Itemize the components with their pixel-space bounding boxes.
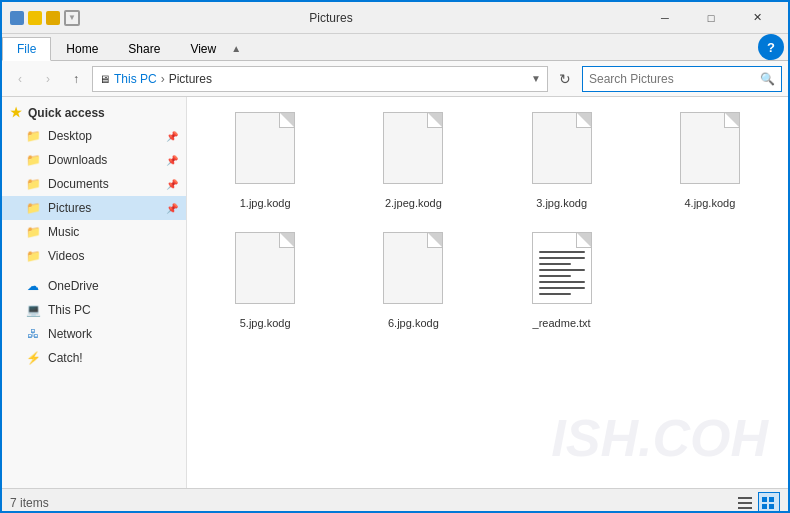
- file-page-1: [235, 112, 295, 184]
- ribbon-tabs: File Home Share View ▲ ?: [2, 34, 788, 60]
- breadcrumb-this-pc[interactable]: This PC: [114, 72, 157, 86]
- ribbon: File Home Share View ▲ ?: [2, 34, 788, 61]
- sidebar-item-music[interactable]: 📁 Music: [2, 220, 186, 244]
- folder-icon-desktop: 📁: [24, 129, 42, 143]
- file-name-6: 6.jpg.kodg: [388, 316, 439, 330]
- file-item-7[interactable]: _readme.txt: [507, 225, 617, 337]
- forward-button[interactable]: ›: [36, 67, 60, 91]
- network-icon: 🖧: [24, 327, 42, 341]
- breadcrumb[interactable]: 🖥 This PC › Pictures ▼: [92, 66, 548, 92]
- main-layout: ★ Quick access 📁 Desktop 📌 📁 Downloads 📌…: [2, 97, 788, 488]
- sidebar-item-downloads[interactable]: 📁 Downloads 📌: [2, 148, 186, 172]
- file-item-2[interactable]: 2.jpeg.kodg: [358, 105, 468, 217]
- sidebar-label-downloads: Downloads: [48, 153, 107, 167]
- text-line-3: [539, 263, 571, 265]
- file-name-4: 4.jpg.kodg: [684, 196, 735, 210]
- file-icon-5: [229, 232, 301, 312]
- minimize-button[interactable]: ─: [642, 2, 688, 34]
- file-item-4[interactable]: 4.jpg.kodg: [655, 105, 765, 217]
- tab-home[interactable]: Home: [51, 37, 113, 61]
- help-button[interactable]: ?: [758, 34, 784, 60]
- search-input[interactable]: [589, 72, 760, 86]
- folder-icon-downloads: 📁: [24, 153, 42, 167]
- svg-rect-2: [738, 507, 752, 509]
- breadcrumb-pictures[interactable]: Pictures: [169, 72, 212, 86]
- svg-rect-1: [738, 502, 752, 504]
- large-icons-view-icon: [762, 497, 776, 509]
- folder-icon-documents: 📁: [24, 177, 42, 191]
- view-large-icons-button[interactable]: [758, 492, 780, 514]
- file-icon-2: [377, 112, 449, 192]
- item-count: 7 items: [10, 496, 49, 510]
- svg-rect-3: [762, 497, 767, 502]
- computer-icon: 💻: [24, 303, 42, 317]
- up-button[interactable]: ↑: [64, 67, 88, 91]
- file-item-1[interactable]: 1.jpg.kodg: [210, 105, 320, 217]
- list-view-icon: [738, 497, 752, 509]
- text-line-4: [539, 269, 585, 271]
- sidebar-item-network[interactable]: 🖧 Network: [2, 322, 186, 346]
- tab-view[interactable]: View: [175, 37, 231, 61]
- ribbon-collapse-arrow[interactable]: ▲: [231, 43, 241, 60]
- folder-icon-pictures: 📁: [24, 201, 42, 215]
- folder-icon-videos: 📁: [24, 249, 42, 263]
- file-page-7: [532, 232, 592, 304]
- view-list-button[interactable]: [734, 492, 756, 514]
- breadcrumb-home-icon: 🖥: [99, 73, 110, 85]
- file-item-5[interactable]: 5.jpg.kodg: [210, 225, 320, 337]
- file-page-2: [383, 112, 443, 184]
- file-item-6[interactable]: 6.jpg.kodg: [358, 225, 468, 337]
- file-icon-6: [377, 232, 449, 312]
- search-icon: 🔍: [760, 72, 775, 86]
- title-bar: ▼ Pictures ─ □ ✕: [2, 2, 788, 34]
- catch-icon: ⚡: [24, 351, 42, 365]
- sidebar-label-pictures: Pictures: [48, 201, 91, 215]
- pin-icon-desktop: 📌: [166, 131, 178, 142]
- tab-share[interactable]: Share: [113, 37, 175, 61]
- text-lines: [539, 251, 585, 295]
- file-item-3[interactable]: 3.jpg.kodg: [507, 105, 617, 217]
- file-icon-1: [229, 112, 301, 192]
- file-name-2: 2.jpeg.kodg: [385, 196, 442, 210]
- file-icon-7: [526, 232, 598, 312]
- content-area: ISH.COH 1.jpg.kodg 2.jpeg.kodg 3.jpg.kod…: [187, 97, 788, 488]
- back-button[interactable]: ‹: [8, 67, 32, 91]
- file-name-3: 3.jpg.kodg: [536, 196, 587, 210]
- svg-rect-4: [769, 497, 774, 502]
- sidebar-item-documents[interactable]: 📁 Documents 📌: [2, 172, 186, 196]
- quick-access-header[interactable]: ★ Quick access: [2, 101, 186, 124]
- folder-icon-music: 📁: [24, 225, 42, 239]
- sidebar-item-desktop[interactable]: 📁 Desktop 📌: [2, 124, 186, 148]
- svg-rect-0: [738, 497, 752, 499]
- quick-access-label: Quick access: [28, 106, 105, 120]
- file-page-3: [532, 112, 592, 184]
- sidebar-label-onedrive: OneDrive: [48, 279, 99, 293]
- sidebar-label-this-pc: This PC: [48, 303, 91, 317]
- sidebar: ★ Quick access 📁 Desktop 📌 📁 Downloads 📌…: [2, 97, 187, 488]
- status-bar: 7 items: [2, 488, 788, 513]
- search-box[interactable]: 🔍: [582, 66, 782, 92]
- pin-icon-downloads: 📌: [166, 155, 178, 166]
- file-name-1: 1.jpg.kodg: [240, 196, 291, 210]
- sidebar-item-pictures[interactable]: 📁 Pictures 📌: [2, 196, 186, 220]
- sidebar-item-onedrive[interactable]: ☁ OneDrive: [2, 274, 186, 298]
- text-line-5: [539, 275, 571, 277]
- breadcrumb-dropdown-arrow[interactable]: ▼: [531, 73, 541, 84]
- sidebar-item-this-pc[interactable]: 💻 This PC: [2, 298, 186, 322]
- file-name-7: _readme.txt: [533, 316, 591, 330]
- file-page-6: [383, 232, 443, 304]
- tab-file[interactable]: File: [2, 37, 51, 61]
- sidebar-label-catch: Catch!: [48, 351, 83, 365]
- text-line-7: [539, 287, 585, 289]
- window-controls: ─ □ ✕: [642, 2, 780, 34]
- sidebar-item-catch[interactable]: ⚡ Catch!: [2, 346, 186, 370]
- sidebar-item-videos[interactable]: 📁 Videos: [2, 244, 186, 268]
- sidebar-label-music: Music: [48, 225, 79, 239]
- close-button[interactable]: ✕: [734, 2, 780, 34]
- maximize-button[interactable]: □: [688, 2, 734, 34]
- refresh-button[interactable]: ↻: [552, 66, 578, 92]
- sidebar-label-network: Network: [48, 327, 92, 341]
- file-page-4: [680, 112, 740, 184]
- file-icon-3: [526, 112, 598, 192]
- onedrive-icon: ☁: [24, 279, 42, 293]
